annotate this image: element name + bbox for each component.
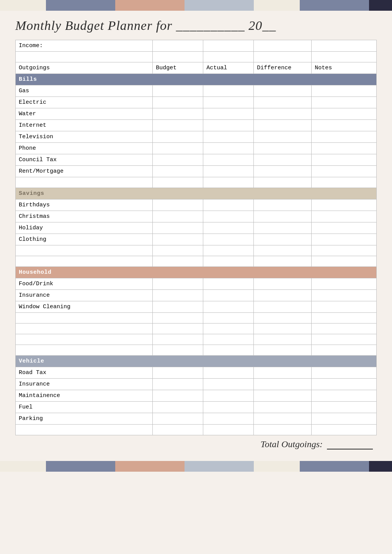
savings-header: Savings xyxy=(16,188,377,199)
table-row: Road Tax xyxy=(16,367,377,379)
table-row: Clothing xyxy=(16,234,377,245)
item-water: Water xyxy=(16,108,153,120)
table-row: Birthdays xyxy=(16,199,377,211)
income-actual[interactable] xyxy=(203,40,254,52)
savings-header-row: Savings xyxy=(16,188,377,199)
empty-row-savings-1 xyxy=(16,245,377,256)
item-insurance-vehicle: Insurance xyxy=(16,379,153,390)
empty-row-household-2 xyxy=(16,324,377,334)
empty-row-savings-2 xyxy=(16,256,377,267)
table-row: Fuel xyxy=(16,402,377,413)
gas-diff[interactable] xyxy=(254,85,312,97)
item-television: Television xyxy=(16,131,153,143)
bot-bar-seg-5 xyxy=(254,461,300,472)
bar-seg-7 xyxy=(369,0,392,11)
table-row: Holiday xyxy=(16,222,377,234)
total-value-line xyxy=(327,449,373,449)
item-christmas: Christmas xyxy=(16,211,153,222)
bot-bar-seg-6 xyxy=(300,461,369,472)
item-council-tax: Council Tax xyxy=(16,154,153,166)
bar-seg-6 xyxy=(300,0,369,11)
income-budget[interactable] xyxy=(153,40,203,52)
table-row: Water xyxy=(16,108,377,120)
empty-row-household-4 xyxy=(16,345,377,356)
empty-row-1 xyxy=(16,52,377,62)
item-gas: Gas xyxy=(16,85,153,97)
table-row: Internet xyxy=(16,120,377,131)
item-insurance-household: Insurance xyxy=(16,290,153,301)
col-header-actual: Actual xyxy=(203,62,254,74)
item-road-tax: Road Tax xyxy=(16,367,153,379)
top-color-bar xyxy=(0,0,392,11)
total-outgoings: Total Outgoings: xyxy=(15,435,377,453)
total-label: Total Outgoings: xyxy=(261,439,323,449)
table-row: Insurance xyxy=(16,379,377,390)
col-header-outgoings: Outgoings xyxy=(16,62,153,74)
col-header-difference: Difference xyxy=(254,62,312,74)
col-header-budget: Budget xyxy=(153,62,203,74)
table-row: Gas xyxy=(16,85,377,97)
item-food-drink: Food/Drink xyxy=(16,278,153,290)
gas-notes[interactable] xyxy=(312,85,377,97)
bills-header-row: Bills xyxy=(16,74,377,85)
table-row: Television xyxy=(16,131,377,143)
household-header: Household xyxy=(16,267,377,278)
income-row: Income: xyxy=(16,40,377,52)
bills-header: Bills xyxy=(16,74,377,85)
table-row: Maintainence xyxy=(16,390,377,402)
empty-row-household-3 xyxy=(16,334,377,345)
column-header-row: Outgoings Budget Actual Difference Notes xyxy=(16,62,377,74)
bar-seg-4 xyxy=(185,0,254,11)
empty-row-bills xyxy=(16,177,377,188)
table-row: Phone xyxy=(16,143,377,154)
item-parking: Parking xyxy=(16,413,153,425)
bot-bar-seg-1 xyxy=(0,461,46,472)
table-row: Window Cleaning xyxy=(16,301,377,313)
bar-seg-3 xyxy=(115,0,185,11)
income-difference[interactable] xyxy=(254,40,312,52)
table-row: Rent/Mortgage xyxy=(16,166,377,177)
item-birthdays: Birthdays xyxy=(16,199,153,211)
bar-seg-2 xyxy=(46,0,115,11)
table-row: Electric xyxy=(16,97,377,108)
table-row: Council Tax xyxy=(16,154,377,166)
bar-seg-5 xyxy=(254,0,300,11)
income-notes[interactable] xyxy=(312,40,377,52)
item-clothing: Clothing xyxy=(16,234,153,245)
household-header-row: Household xyxy=(16,267,377,278)
bot-bar-seg-2 xyxy=(46,461,115,472)
bar-seg-1 xyxy=(0,0,46,11)
gas-budget[interactable] xyxy=(153,85,203,97)
page-title: Monthly Budget Planner for __________ 20… xyxy=(15,18,377,33)
empty-row-vehicle xyxy=(16,425,377,435)
budget-table: Income: Outgoings Budget Actual Differen… xyxy=(15,40,377,435)
item-phone: Phone xyxy=(16,143,153,154)
col-header-notes: Notes xyxy=(312,62,377,74)
item-holiday: Holiday xyxy=(16,222,153,234)
bottom-color-bar xyxy=(0,461,392,472)
bot-bar-seg-3 xyxy=(115,461,185,472)
item-maintainence: Maintainence xyxy=(16,390,153,402)
item-electric: Electric xyxy=(16,97,153,108)
bot-bar-seg-7 xyxy=(369,461,392,472)
vehicle-header: Vehicle xyxy=(16,356,377,367)
table-row: Insurance xyxy=(16,290,377,301)
table-row: Food/Drink xyxy=(16,278,377,290)
empty-row-household-1 xyxy=(16,313,377,324)
item-fuel: Fuel xyxy=(16,402,153,413)
table-row: Parking xyxy=(16,413,377,425)
vehicle-header-row: Vehicle xyxy=(16,356,377,367)
item-window-cleaning: Window Cleaning xyxy=(16,301,153,313)
income-label: Income: xyxy=(16,40,153,52)
table-row: Christmas xyxy=(16,211,377,222)
item-rent-mortgage: Rent/Mortgage xyxy=(16,166,153,177)
gas-actual[interactable] xyxy=(203,85,254,97)
bot-bar-seg-4 xyxy=(185,461,254,472)
item-internet: Internet xyxy=(16,120,153,131)
